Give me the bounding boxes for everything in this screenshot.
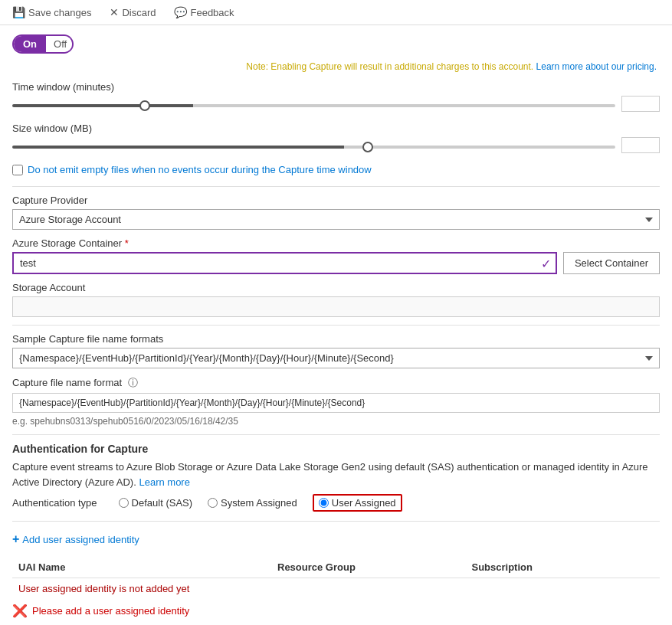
add-identity-button[interactable]: + Add user assigned identity — [12, 529, 139, 549]
info-icon: ⓘ — [128, 377, 138, 388]
capture-format-input[interactable] — [12, 393, 660, 413]
azure-container-label: Azure Storage Container — [12, 237, 660, 249]
auth-title: Authentication for Capture — [12, 443, 660, 455]
radio-user-assigned-label: User Assigned — [332, 497, 396, 509]
container-input-wrap: ✓ — [12, 252, 557, 274]
divider-2 — [12, 325, 660, 326]
discard-button[interactable]: ✕ Discard — [107, 5, 159, 20]
auth-type-label: Authentication type — [12, 497, 97, 509]
auth-learn-more-link[interactable]: Learn more — [139, 476, 189, 488]
capture-format-group: Capture file name format ⓘ e.g. spehubns… — [12, 376, 660, 427]
plus-icon: + — [12, 532, 19, 546]
radio-default-sas-label: Default (SAS) — [132, 497, 192, 509]
sample-format-label: Sample Capture file name formats — [12, 333, 660, 345]
capture-provider-group: Capture Provider Azure Storage Account A… — [12, 195, 660, 230]
size-window-section: Size window (MB) 300 — [12, 123, 660, 153]
save-changes-button[interactable]: 💾 Save changes — [9, 5, 94, 20]
col-resource-group: Resource Group — [271, 557, 466, 578]
size-window-slider-wrap — [12, 139, 615, 151]
radio-user-assigned[interactable]: User Assigned — [313, 494, 402, 512]
error-row: ❌ Please add a user assigned identity — [12, 604, 660, 618]
note-text: Note: Enabling Capture will result in ad… — [246, 61, 533, 72]
col-subscription: Subscription — [466, 557, 661, 578]
time-window-label: Time window (minutes) — [12, 81, 660, 93]
empty-files-label[interactable]: Do not emit empty files when no events o… — [28, 164, 372, 175]
toggle-on: On — [14, 36, 46, 52]
empty-files-checkbox[interactable] — [12, 165, 23, 175]
sample-format-group: Sample Capture file name formats {Namesp… — [12, 333, 660, 368]
radio-default-sas-input[interactable] — [119, 498, 129, 508]
capture-format-label: Capture file name format ⓘ — [12, 376, 660, 390]
auth-desc: Capture event streams to Azure Blob Stor… — [12, 460, 660, 489]
container-input[interactable] — [14, 254, 556, 273]
discard-icon: ✕ — [110, 6, 119, 18]
error-message: Please add a user assigned identity — [32, 605, 189, 617]
feedback-button[interactable]: 💬 Feedback — [171, 5, 237, 20]
container-row: ✓ Select Container — [12, 252, 660, 274]
note-bar: Note: Enabling Capture will result in ad… — [12, 61, 660, 72]
radio-system-assigned-input[interactable] — [208, 498, 218, 508]
error-icon: ❌ — [12, 604, 28, 618]
capture-provider-select[interactable]: Azure Storage Account Azure Data Lake St… — [12, 209, 660, 230]
format-example: e.g. spehubns0313/spehub0516/0/2023/05/1… — [12, 416, 660, 427]
identity-table: UAI Name Resource Group Subscription Use… — [12, 557, 660, 599]
sample-format-select[interactable]: {Namespace}/{EventHub}/{PartitionId}/{Ye… — [12, 348, 660, 368]
capture-toggle-row: On Off — [12, 34, 660, 54]
capture-provider-label: Capture Provider — [12, 195, 660, 206]
identity-table-body: User assigned identity is not added yet — [12, 578, 660, 600]
toolbar: 💾 Save changes ✕ Discard 💬 Feedback — [0, 0, 672, 25]
save-icon: 💾 — [12, 6, 25, 18]
empty-files-checkbox-row: Do not emit empty files when no events o… — [12, 164, 660, 175]
auth-section: Authentication for Capture Capture event… — [12, 443, 660, 512]
time-window-slider-row: 5 — [12, 96, 660, 112]
empty-identity-message: User assigned identity is not added yet — [12, 578, 660, 600]
time-window-slider[interactable] — [12, 104, 615, 107]
azure-container-group: Azure Storage Container ✓ Select Contain… — [12, 237, 660, 274]
checkmark-icon: ✓ — [541, 256, 551, 270]
divider-4 — [12, 521, 660, 522]
size-window-slider[interactable] — [12, 146, 615, 149]
size-window-slider-row: 300 — [12, 137, 660, 153]
storage-account-group: Storage Account — [12, 282, 660, 317]
auth-type-row: Authentication type Default (SAS) System… — [12, 494, 660, 512]
identity-table-head: UAI Name Resource Group Subscription — [12, 557, 660, 578]
main-content: On Off Note: Enabling Capture will resul… — [0, 25, 672, 625]
table-row: User assigned identity is not added yet — [12, 578, 660, 600]
divider-1 — [12, 186, 660, 187]
time-window-slider-wrap — [12, 98, 615, 110]
radio-system-assigned-label: System Assigned — [221, 497, 297, 509]
size-window-label: Size window (MB) — [12, 123, 660, 134]
pricing-link[interactable]: Learn more about our pricing. — [536, 61, 657, 72]
radio-system-assigned[interactable]: System Assigned — [208, 497, 297, 509]
feedback-label: Feedback — [190, 7, 234, 18]
time-window-value[interactable]: 5 — [621, 96, 660, 112]
select-container-button[interactable]: Select Container — [563, 252, 660, 274]
radio-default-sas[interactable]: Default (SAS) — [119, 497, 192, 509]
storage-account-label: Storage Account — [12, 282, 660, 293]
storage-account-input[interactable] — [12, 296, 660, 317]
size-window-value[interactable]: 300 — [621, 137, 660, 153]
divider-3 — [12, 434, 660, 435]
discard-label: Discard — [122, 7, 156, 18]
time-window-section: Time window (minutes) 5 — [12, 81, 660, 112]
col-uai-name: UAI Name — [12, 557, 271, 578]
feedback-icon: 💬 — [174, 6, 187, 18]
identity-table-header-row: UAI Name Resource Group Subscription — [12, 557, 660, 578]
save-label: Save changes — [28, 7, 91, 18]
radio-user-assigned-input[interactable] — [319, 498, 329, 508]
toggle-off: Off — [46, 36, 74, 52]
capture-toggle[interactable]: On Off — [12, 34, 74, 54]
